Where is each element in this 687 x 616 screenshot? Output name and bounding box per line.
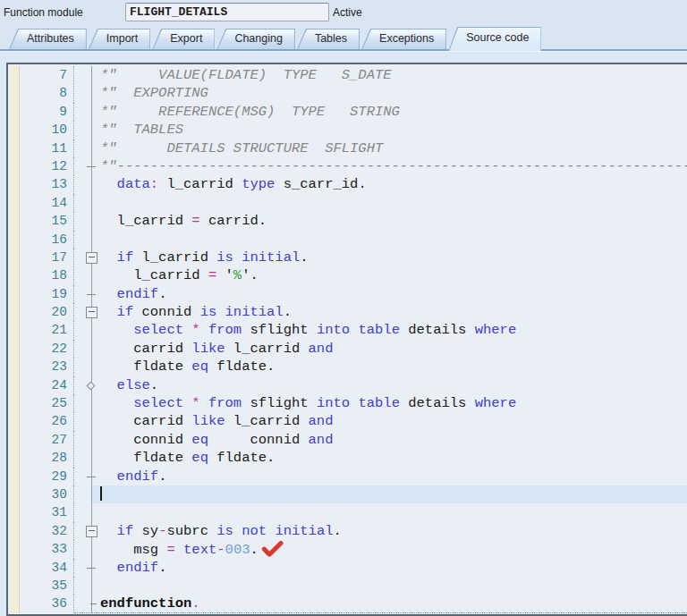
code-line[interactable]: select * from sflight into table details… [92, 321, 687, 339]
code-line[interactable]: endif. [92, 559, 687, 577]
code-token: eq [191, 432, 208, 448]
breakpoint-gutter[interactable] [10, 340, 20, 358]
tab-attributes[interactable]: Attributes [9, 29, 87, 49]
breakpoint-gutter[interactable] [10, 194, 20, 212]
line-number: 14 [22, 194, 74, 212]
code-line[interactable]: *" EXPORTING [92, 84, 687, 102]
breakpoint-gutter[interactable] [10, 485, 20, 503]
fold-column [74, 358, 92, 376]
code-line[interactable]: endfunction. [92, 595, 687, 612]
code-line-row: 19 endif. [10, 285, 687, 303]
code-line[interactable]: data: l_carrid type s_carr_id. [92, 175, 687, 193]
breakpoint-gutter[interactable] [10, 139, 20, 157]
fold-column [74, 449, 92, 467]
code-line-row: 7*" VALUE(FLDATE) TYPE S_DATE [10, 66, 687, 84]
breakpoint-gutter[interactable] [10, 540, 20, 558]
code-line[interactable]: fldate eq fldate. [92, 358, 687, 376]
fold-toggle-icon[interactable] [86, 252, 98, 264]
code-line[interactable]: if connid is initial. [92, 303, 687, 321]
breakpoint-gutter[interactable] [10, 358, 20, 376]
code-line[interactable]: l_carrid = '%'. [92, 266, 687, 284]
code-line[interactable] [92, 485, 687, 503]
code-token: subrc [166, 523, 216, 539]
code-token: eq [191, 359, 208, 375]
code-line[interactable]: msg = text-003. [92, 540, 687, 558]
breakpoint-gutter[interactable] [10, 175, 20, 193]
code-line[interactable]: *" VALUE(FLDATE) TYPE S_DATE [92, 66, 687, 84]
code-token: is [216, 249, 233, 266]
code-line[interactable]: else. [92, 376, 687, 394]
code-token: *" VALUE(FLDATE) TYPE S_DATE [100, 67, 392, 83]
breakpoint-gutter[interactable] [10, 321, 20, 339]
tab-bar: AttributesImportExportChangingTablesExce… [9, 27, 687, 49]
code-token [100, 468, 117, 485]
code-token: * [191, 395, 199, 411]
code-token: connid [100, 432, 191, 448]
code-line[interactable] [92, 194, 687, 212]
tab-tables[interactable]: Tables [297, 29, 360, 49]
breakpoint-gutter[interactable] [10, 559, 20, 577]
code-line[interactable]: fldate eq fldate. [92, 449, 687, 467]
code-line[interactable]: *" DETAILS STRUCTURE SFLIGHT [92, 139, 687, 157]
breakpoint-gutter[interactable] [10, 412, 20, 430]
fold-toggle-icon[interactable] [86, 526, 98, 537]
line-number: 15 [22, 212, 74, 230]
breakpoint-gutter[interactable] [10, 231, 20, 249]
code-line[interactable]: *" TABLES [92, 121, 687, 139]
tab-export[interactable]: Export [152, 29, 215, 49]
tab-exceptions[interactable]: Exceptions [361, 29, 446, 49]
code-line[interactable]: endif. [92, 468, 687, 485]
code-line[interactable]: *" REFERENCE(MSG) TYPE STRING [92, 103, 687, 121]
code-token: where [475, 395, 517, 411]
code-line[interactable]: carrid like l_carrid and [92, 340, 687, 358]
breakpoint-gutter[interactable] [10, 266, 20, 284]
code-line[interactable]: if sy-subrc is not initial. [92, 522, 687, 540]
tab-label: Export [152, 29, 215, 49]
code-token: l_carrid [225, 413, 309, 429]
line-number: 7 [22, 66, 74, 84]
fold-toggle-icon[interactable] [86, 307, 98, 318]
code-line[interactable]: if l_carrid is initial. [92, 249, 687, 266]
code-line[interactable]: carrid like l_carrid and [92, 412, 687, 430]
code-line[interactable]: endif. [92, 285, 687, 303]
breakpoint-gutter[interactable] [10, 394, 20, 412]
block-structure-icon [90, 603, 97, 604]
code-line[interactable]: *"--------------------------------------… [92, 157, 687, 175]
code-token: and [309, 413, 334, 429]
code-line[interactable] [92, 577, 687, 595]
code-line[interactable]: connid eq connid and [92, 431, 687, 449]
code-token: connid [133, 304, 199, 320]
breakpoint-gutter[interactable] [10, 468, 20, 485]
breakpoint-gutter[interactable] [10, 285, 20, 303]
breakpoint-gutter[interactable] [10, 249, 20, 266]
code-token: is [200, 304, 217, 320]
function-module-input[interactable] [125, 3, 329, 21]
breakpoint-gutter[interactable] [10, 577, 20, 595]
block-structure-icon [87, 477, 96, 477]
breakpoint-gutter[interactable] [10, 449, 20, 467]
code-line[interactable]: l_carrid = carrid. [92, 212, 687, 230]
code-token: where [475, 322, 517, 338]
breakpoint-gutter[interactable] [10, 66, 20, 84]
tab-import[interactable]: Import [89, 29, 150, 49]
code-token: . [158, 468, 166, 485]
code-line[interactable]: select * from sflight into table details… [92, 394, 687, 412]
breakpoint-gutter[interactable] [10, 376, 20, 394]
fold-column [74, 139, 92, 157]
code-line[interactable] [92, 231, 687, 249]
code-token: like [191, 413, 225, 429]
breakpoint-gutter[interactable] [10, 157, 20, 175]
breakpoint-gutter[interactable] [10, 431, 20, 449]
breakpoint-gutter[interactable] [10, 503, 20, 521]
breakpoint-gutter[interactable] [10, 212, 20, 230]
breakpoint-gutter[interactable] [10, 103, 20, 121]
breakpoint-gutter[interactable] [10, 522, 20, 540]
breakpoint-gutter[interactable] [10, 303, 20, 321]
breakpoint-gutter[interactable] [10, 121, 20, 139]
breakpoint-gutter[interactable] [10, 84, 20, 102]
code-line[interactable] [92, 503, 687, 521]
breakpoint-gutter[interactable] [10, 595, 20, 612]
line-number: 12 [22, 157, 74, 175]
tab-changing[interactable]: Changing [216, 29, 295, 49]
tab-source-code[interactable]: Source code [448, 27, 541, 51]
